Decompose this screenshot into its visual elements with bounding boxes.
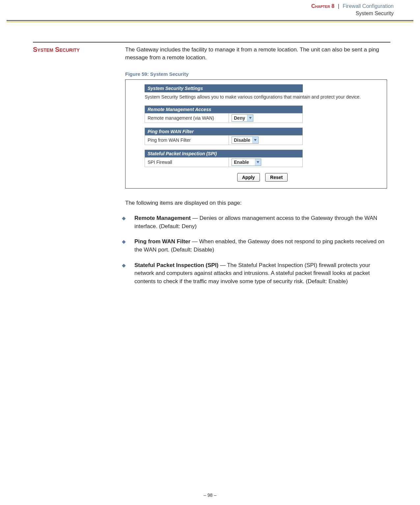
svg-marker-0: [249, 117, 252, 119]
chevron-down-icon: [247, 115, 253, 121]
chapter-label: Chapter 8: [311, 3, 334, 9]
page-footer: – 98 –: [0, 492, 420, 498]
section-heading: System Security: [33, 46, 119, 53]
chevron-down-icon: [255, 159, 261, 165]
list-item: Ping from WAN Filter — When enabled, the…: [125, 238, 390, 254]
screenshot-buttons: Apply Reset: [145, 173, 380, 182]
bullet-list: Remote Management — Denies or allows man…: [125, 214, 390, 285]
bullet-label: Remote Management: [134, 215, 191, 221]
following-intro: The following items are displayed on thi…: [125, 200, 390, 206]
panel-ping-filter: Ping from WAN Filter Ping from WAN Filte…: [145, 128, 303, 145]
figure-caption: Figure 59: System Security: [125, 71, 390, 77]
remote-management-select[interactable]: Deny: [232, 114, 253, 122]
ping-filter-select[interactable]: Disable: [232, 136, 259, 144]
ping-filter-value: Disable: [232, 137, 252, 143]
reset-button[interactable]: Reset: [265, 173, 288, 182]
panel-spi-header: Stateful Packet Inspection (SPI): [145, 150, 303, 158]
panel-system-security-header: System Security Settings: [145, 84, 303, 92]
bullet-label: Stateful Packet Inspection (SPI): [134, 262, 218, 268]
header-rule: [7, 20, 413, 21]
page-header: Chapter 8 | Firewall Configuration Syste…: [0, 0, 420, 22]
spi-label: SPI Firewall: [145, 158, 229, 167]
svg-marker-2: [257, 161, 259, 163]
list-item: Stateful Packet Inspection (SPI) — The S…: [125, 261, 390, 286]
panel-ping-filter-header: Ping from WAN Filter: [145, 128, 303, 135]
panel-system-security-desc: System Security Settings allows you to m…: [145, 92, 380, 105]
panel-remote-management-header: Remote Management Access: [145, 106, 303, 113]
content-area: System Security The Gateway includes the…: [0, 22, 420, 286]
spi-select[interactable]: Enable: [232, 159, 261, 166]
remote-management-label: Remote management (via WAN): [145, 113, 229, 123]
panel-remote-management: Remote Management Access Remote manageme…: [145, 105, 303, 123]
chevron-down-icon: [252, 137, 258, 143]
chapter-title: Firewall Configuration: [343, 3, 394, 9]
bullet-label: Ping from WAN Filter: [134, 238, 190, 245]
list-item: Remote Management — Denies or allows man…: [125, 214, 390, 230]
intro-paragraph: The Gateway includes the facility to man…: [125, 46, 390, 62]
apply-button[interactable]: Apply: [237, 173, 260, 182]
spi-value: Enable: [232, 159, 255, 165]
section-subtitle: System Security: [355, 11, 394, 16]
remote-management-value: Deny: [232, 115, 247, 121]
svg-marker-1: [254, 139, 257, 141]
chapter-separator: |: [338, 3, 339, 9]
section-rule: [33, 42, 390, 43]
screenshot-frame: System Security Settings System Security…: [125, 79, 387, 189]
ping-filter-label: Ping from WAN Filter: [145, 135, 229, 145]
panel-spi: Stateful Packet Inspection (SPI) SPI Fir…: [145, 150, 303, 167]
